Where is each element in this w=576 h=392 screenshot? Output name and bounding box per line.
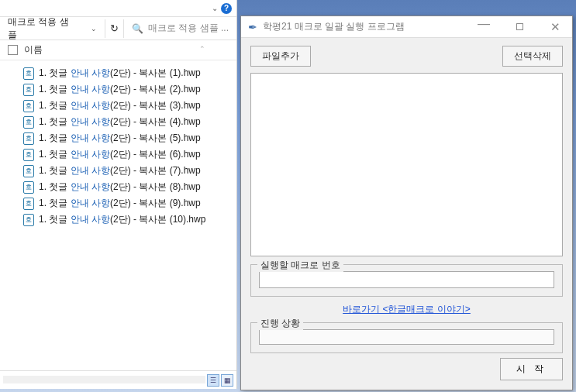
hwp-file-icon [23,116,34,129]
progress-label: 진행 상황 [257,317,303,330]
hwp-file-icon [23,181,34,194]
location-label: 매크로 적용 샘플 [8,15,72,42]
help-icon[interactable]: ? [221,3,232,14]
file-name: 1. 첫글 안내 사항(2단) - 복사본 (4).hwp [39,115,201,129]
hwp-file-icon [23,214,34,226]
titlebar[interactable]: ✒ 학평21 매크로 일괄 실행 프로그램 — ✕ [241,16,572,38]
feather-icon: ✒ [247,22,258,33]
list-item[interactable]: 1. 첫글 안내 사항(2단) - 복사본 (8).hwp [23,179,236,195]
file-name: 1. 첫글 안내 사항(2단) - 복사본 (7).hwp [39,164,201,177]
progress-bar [259,329,554,345]
start-button[interactable]: 시 작 [500,358,563,380]
file-name: 1. 첫글 안내 사항(2단) - 복사본 (6).hwp [39,148,201,161]
hwp-file-icon [23,198,34,210]
bottom-row: 시 작 [250,358,563,382]
window-title: 학평21 매크로 일괄 실행 프로그램 [263,20,464,33]
hwp-file-icon [23,149,34,161]
file-name: 1. 첫글 안내 사항(2단) - 복사본 (1).hwp [39,67,201,80]
hwp-file-icon [23,165,34,177]
search-input[interactable]: 🔍 매크로 적용 샘플 ... [127,22,233,35]
file-name: 1. 첫글 안내 사항(2단) - 복사본 (10).hwp [39,213,205,226]
explorer-statusbar: ☰ ▦ [0,370,236,389]
toolbar-row: 파일추가 선택삭제 [250,46,563,67]
view-icons-button[interactable]: ▦ [221,374,233,387]
select-all-checkbox[interactable] [8,45,18,55]
list-item[interactable]: 1. 첫글 안내 사항(2단) - 복사본 (9).hwp [23,195,236,211]
chevron-down-icon[interactable]: ⌄ [212,4,218,12]
app-window: ✒ 학평21 매크로 일괄 실행 프로그램 — ✕ 파일추가 선택삭제 실행할 … [240,15,573,390]
explorer-toolbar: 매크로 적용 샘플 ⌄ ↻ 🔍 매크로 적용 샘플 ... [0,17,236,40]
shortcut-link-row: 바로가기 <한글매크로 이야기> [250,303,563,316]
hwp-file-icon [23,100,34,112]
search-placeholder: 매크로 적용 샘플 ... [148,22,229,35]
hwp-file-icon [23,84,34,96]
chevron-down-icon: ⌄ [91,25,97,33]
file-name: 1. 첫글 안내 사항(2단) - 복사본 (3).hwp [39,99,201,112]
maximize-button[interactable] [504,17,535,37]
macro-number-input[interactable] [259,271,554,288]
horizontal-scrollbar[interactable] [3,376,205,383]
file-name: 1. 첫글 안내 사항(2단) - 복사본 (5).hwp [39,132,201,145]
file-name: 1. 첫글 안내 사항(2단) - 복사본 (8).hwp [39,181,201,194]
list-item[interactable]: 1. 첫글 안내 사항(2단) - 복사본 (1).hwp [23,65,236,81]
location-dropdown[interactable]: 매크로 적용 샘플 ⌄ [3,13,102,44]
refresh-button[interactable]: ↻ [105,19,124,38]
minimize-button[interactable]: — [468,14,499,34]
file-name: 1. 첫글 안내 사항(2단) - 복사본 (2).hwp [39,83,201,96]
list-item[interactable]: 1. 첫글 안내 사항(2단) - 복사본 (10).hwp [23,211,236,228]
hwp-file-icon [23,132,34,145]
progress-fieldset: 진행 상황 [250,322,563,353]
hwp-file-icon [23,67,34,80]
search-icon: 🔍 [132,23,143,34]
explorer-pane: ⌄ ? 매크로 적용 샘플 ⌄ ↻ 🔍 매크로 적용 샘플 ... 이름 ⌃ 1… [0,0,237,389]
list-item[interactable]: 1. 첫글 안내 사항(2단) - 복사본 (5).hwp [23,130,236,146]
macro-number-label: 실행할 매크로 번호 [257,259,343,272]
list-item[interactable]: 1. 첫글 안내 사항(2단) - 복사본 (7).hwp [23,163,236,179]
file-list: 1. 첫글 안내 사항(2단) - 복사본 (1).hwp1. 첫글 안내 사항… [0,60,236,370]
list-item[interactable]: 1. 첫글 안내 사항(2단) - 복사본 (3).hwp [23,98,236,114]
view-details-button[interactable]: ☰ [207,374,219,387]
column-header: 이름 ⌃ [0,40,236,60]
list-item[interactable]: 1. 첫글 안내 사항(2단) - 복사본 (4).hwp [23,114,236,130]
file-queue-listbox[interactable] [250,73,563,256]
list-item[interactable]: 1. 첫글 안내 사항(2단) - 복사본 (2).hwp [23,81,236,98]
delete-selected-button[interactable]: 선택삭제 [502,46,563,67]
list-item[interactable]: 1. 첫글 안내 사항(2단) - 복사본 (6).hwp [23,146,236,163]
column-name-label[interactable]: 이름 [24,43,43,57]
column-resize-handle[interactable]: ⌃ [199,45,205,53]
close-button[interactable]: ✕ [540,17,571,37]
add-file-button[interactable]: 파일추가 [250,46,311,67]
macro-number-fieldset: 실행할 매크로 번호 [250,264,563,297]
app-body: 파일추가 선택삭제 실행할 매크로 번호 바로가기 <한글매크로 이야기> 진행… [241,38,572,390]
file-name: 1. 첫글 안내 사항(2단) - 복사본 (9).hwp [39,197,201,210]
shortcut-link[interactable]: 바로가기 <한글매크로 이야기> [343,304,471,315]
